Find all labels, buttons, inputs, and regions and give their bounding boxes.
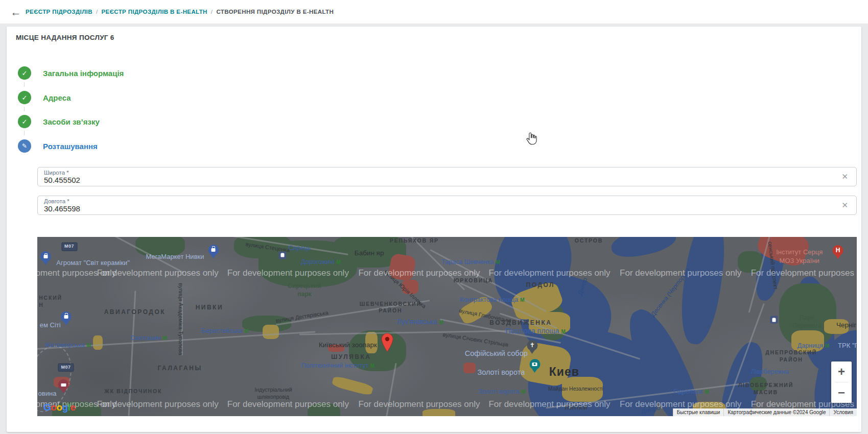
dev-watermark: For development purposes only — [488, 268, 610, 278]
map-label: Індустріальний шляхопровід — [254, 387, 292, 400]
map-label: ГАЛАГАНЫ — [158, 365, 202, 373]
check-icon: ✓ — [18, 115, 31, 128]
stepper-step-2[interactable]: ✓Адреса — [18, 91, 71, 104]
metro-icon: М — [370, 363, 374, 369]
pencil-icon: ✎ — [18, 139, 31, 153]
metro-icon: М — [561, 329, 566, 334]
camera-pin-icon — [529, 359, 540, 370]
breadcrumb-item-2: СТВОРЕННЯ ПІДРОЗДІЛУ В E-HEALTH — [216, 9, 334, 15]
map-label: РЕПЬЯХОВ ЯР — [390, 237, 439, 245]
map-label: Лівобережна — [751, 368, 789, 376]
metro-icon: М — [336, 259, 340, 265]
map-label: ШЕВЧЕНКОВСКИЙ РАЙОН — [360, 301, 421, 315]
map-label: Парк Перемога — [792, 315, 822, 330]
map-label: Політехнічний інститутМ — [301, 361, 375, 370]
back-arrow-icon[interactable]: ← — [9, 6, 22, 19]
map-label: ГідропаркМ — [673, 387, 709, 395]
dev-watermark: For development purposes only — [620, 268, 741, 278]
breadcrumb-item-1[interactable]: РЕЄСТР ПІДРОЗДІЛІВ В E-HEALTH — [102, 9, 207, 15]
breadcrumb-separator: / — [211, 9, 213, 15]
metro-icon: М — [244, 328, 248, 334]
church-pin-icon: ✝ — [527, 340, 537, 351]
breadcrumb: РЕЄСТР ПІДРОЗДІЛІВ/РЕЄСТР ПІДРОЗДІЛІВ В … — [26, 0, 334, 23]
google-logo[interactable]: Google — [43, 402, 75, 413]
longitude-input[interactable] — [44, 204, 820, 213]
map-label: НИВКИ — [196, 304, 223, 312]
map-label: М07 — [58, 363, 74, 372]
terms-link[interactable]: Условия — [829, 408, 857, 416]
metro-icon: М — [825, 343, 829, 349]
map-label: ем Сіті — [40, 321, 61, 330]
dev-watermark: For development purposes only — [358, 399, 480, 409]
map-label: Сирецький парк — [288, 283, 321, 299]
longitude-clear-button[interactable]: ✕ — [841, 201, 848, 210]
step-label: Розташування — [43, 142, 98, 151]
hospital-pin-icon: H — [833, 245, 843, 256]
main-card: МІСЦЕ НАДАННЯ ПОСЛУГ 6 ✓Загальна інформа… — [7, 27, 861, 432]
latitude-field: Широта * ✕ — [37, 167, 857, 186]
breadcrumb-separator: / — [96, 9, 98, 15]
map-label: АВИАГОРОДОК — [104, 309, 166, 317]
zoom-in-button[interactable]: + — [831, 361, 852, 382]
shop-pin-icon — [61, 311, 72, 322]
stepper-step-1[interactable]: ✓Загальна інформація — [18, 66, 124, 80]
metro-icon: М — [439, 320, 443, 325]
map-label: ДарницяМ — [797, 342, 830, 350]
step-label: Адреса — [43, 93, 71, 102]
map-label: ЛІВОБЕРЕЖНИЙ МАСИВ — [738, 382, 793, 396]
map-label: Золоті воротаМ — [478, 387, 525, 395]
shop-pin-icon — [40, 251, 51, 262]
step-connector — [24, 82, 25, 87]
hotel-pin-icon — [58, 379, 69, 390]
dev-watermark: For development purposes only — [97, 268, 219, 278]
shop-pin-icon — [208, 245, 219, 255]
shortcuts-link[interactable]: Быстрые клавиши — [673, 408, 724, 416]
map-label: Тараса ШевченкаМ — [441, 258, 500, 266]
step-connector — [24, 107, 25, 111]
map-label: ДорогожичіМ — [301, 258, 341, 266]
metro-icon: М — [496, 259, 500, 265]
breadcrumb-item-0[interactable]: РЕЄСТР ПІДРОЗДІЛІВ — [26, 9, 92, 15]
dev-watermark: For development purposes only — [97, 399, 219, 409]
map[interactable]: М07Агромат "Світ кераміки"МегаМаркет Нив… — [37, 237, 857, 416]
dev-watermark: For development purposes only — [620, 399, 741, 409]
map-label: Сирець — [288, 244, 311, 252]
map-label: НСКИЙ Н — [39, 295, 62, 308]
latitude-label: Широта * — [44, 170, 69, 176]
stepper-step-4[interactable]: ✎Розташування — [18, 139, 98, 153]
longitude-field: Довгота * ✕ — [37, 196, 857, 215]
map-label: ЖК ВІДПОЧИНОК — [104, 388, 162, 395]
stepper-step-3[interactable]: ✓Засоби зв’язку — [18, 115, 100, 128]
map-label: Інститут Серця МОЗ України — [776, 248, 823, 266]
map-label: Поштова площаМ — [506, 326, 566, 335]
metro-icon: М — [705, 389, 709, 394]
latitude-input[interactable] — [44, 176, 820, 184]
map-label: Бабин яр — [355, 249, 384, 258]
map-label: овина — [38, 390, 57, 398]
metro-icon: М — [520, 297, 524, 303]
map-label: БерестейськаМ — [201, 327, 249, 335]
dev-watermark: For development purposes only — [488, 399, 610, 409]
map-label: ЮРКОВИЦА — [454, 278, 493, 285]
step-connector — [24, 131, 25, 135]
step-label: Загальна інформація — [43, 69, 124, 78]
map-label: ОСТРОВ — [575, 237, 603, 245]
map-data-text: Картографические данные ©2024 Google — [723, 408, 829, 416]
map-label: Черніг — [836, 321, 856, 330]
map-label: МегаМаркет Нивки — [146, 252, 204, 261]
top-bar: ← РЕЄСТР ПІДРОЗДІЛІВ/РЕЄСТР ПІДРОЗДІЛІВ … — [0, 0, 868, 23]
map-label: Лук'янівськаМ — [396, 317, 443, 326]
dev-watermark: For development purposes only — [751, 268, 857, 278]
map-label: ЖитомирськаМ — [44, 341, 91, 349]
dev-watermark: For development purposes only — [358, 268, 480, 278]
map-marker-icon — [381, 333, 394, 352]
metro-icon: М — [521, 389, 525, 394]
zoom-out-button[interactable]: − — [831, 382, 852, 403]
map-label: СвятошинМ — [131, 334, 167, 342]
longitude-label: Довгота * — [44, 198, 69, 204]
page-title: МІСЦЕ НАДАННЯ ПОСЛУГ 6 — [16, 34, 114, 41]
latitude-clear-button[interactable]: ✕ — [841, 172, 848, 181]
train-station-icon — [770, 316, 778, 324]
map-label: ТРК "П — [838, 341, 857, 350]
map-label: Агромат "Світ кераміки" — [56, 259, 130, 268]
